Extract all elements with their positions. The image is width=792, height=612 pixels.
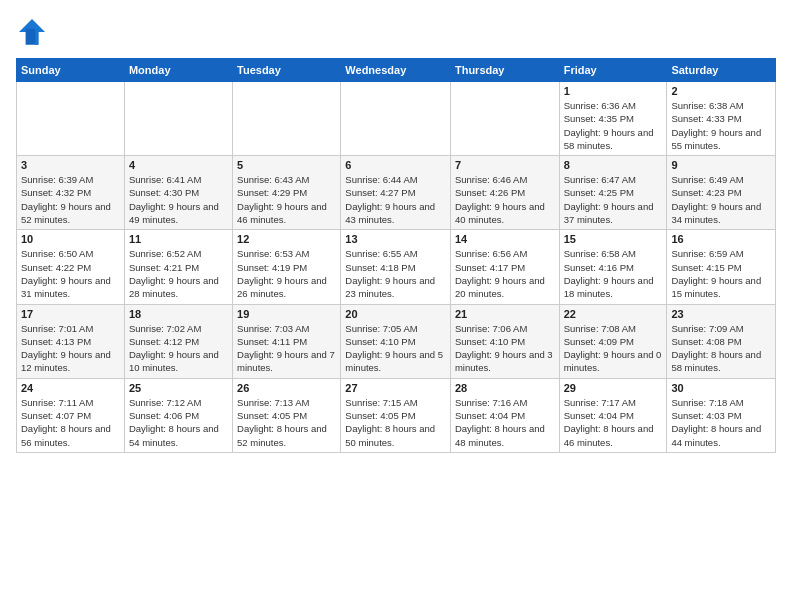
day-info: Sunrise: 7:18 AM Sunset: 4:03 PM Dayligh… — [671, 396, 771, 449]
day-header-saturday: Saturday — [667, 59, 776, 82]
calendar-week-2: 3Sunrise: 6:39 AM Sunset: 4:32 PM Daylig… — [17, 156, 776, 230]
calendar-cell: 25Sunrise: 7:12 AM Sunset: 4:06 PM Dayli… — [124, 378, 232, 452]
calendar-cell: 2Sunrise: 6:38 AM Sunset: 4:33 PM Daylig… — [667, 82, 776, 156]
day-number: 9 — [671, 159, 771, 171]
day-info: Sunrise: 6:39 AM Sunset: 4:32 PM Dayligh… — [21, 173, 120, 226]
day-number: 4 — [129, 159, 228, 171]
day-header-tuesday: Tuesday — [233, 59, 341, 82]
day-number: 26 — [237, 382, 336, 394]
day-number: 10 — [21, 233, 120, 245]
logo-icon — [16, 16, 48, 48]
day-number: 6 — [345, 159, 446, 171]
day-info: Sunrise: 7:02 AM Sunset: 4:12 PM Dayligh… — [129, 322, 228, 375]
day-number: 21 — [455, 308, 555, 320]
day-info: Sunrise: 6:52 AM Sunset: 4:21 PM Dayligh… — [129, 247, 228, 300]
day-info: Sunrise: 7:11 AM Sunset: 4:07 PM Dayligh… — [21, 396, 120, 449]
day-info: Sunrise: 7:06 AM Sunset: 4:10 PM Dayligh… — [455, 322, 555, 375]
day-number: 24 — [21, 382, 120, 394]
calendar-cell: 3Sunrise: 6:39 AM Sunset: 4:32 PM Daylig… — [17, 156, 125, 230]
calendar-cell: 20Sunrise: 7:05 AM Sunset: 4:10 PM Dayli… — [341, 304, 451, 378]
day-info: Sunrise: 6:53 AM Sunset: 4:19 PM Dayligh… — [237, 247, 336, 300]
calendar-week-4: 17Sunrise: 7:01 AM Sunset: 4:13 PM Dayli… — [17, 304, 776, 378]
day-info: Sunrise: 6:50 AM Sunset: 4:22 PM Dayligh… — [21, 247, 120, 300]
day-info: Sunrise: 6:43 AM Sunset: 4:29 PM Dayligh… — [237, 173, 336, 226]
day-number: 12 — [237, 233, 336, 245]
calendar-cell: 14Sunrise: 6:56 AM Sunset: 4:17 PM Dayli… — [450, 230, 559, 304]
day-number: 13 — [345, 233, 446, 245]
day-number: 8 — [564, 159, 663, 171]
calendar: SundayMondayTuesdayWednesdayThursdayFrid… — [16, 58, 776, 453]
day-number: 14 — [455, 233, 555, 245]
day-number: 20 — [345, 308, 446, 320]
day-info: Sunrise: 6:38 AM Sunset: 4:33 PM Dayligh… — [671, 99, 771, 152]
calendar-cell: 17Sunrise: 7:01 AM Sunset: 4:13 PM Dayli… — [17, 304, 125, 378]
calendar-cell — [17, 82, 125, 156]
day-info: Sunrise: 7:12 AM Sunset: 4:06 PM Dayligh… — [129, 396, 228, 449]
calendar-week-5: 24Sunrise: 7:11 AM Sunset: 4:07 PM Dayli… — [17, 378, 776, 452]
calendar-cell — [450, 82, 559, 156]
day-number: 17 — [21, 308, 120, 320]
day-number: 19 — [237, 308, 336, 320]
calendar-week-3: 10Sunrise: 6:50 AM Sunset: 4:22 PM Dayli… — [17, 230, 776, 304]
day-info: Sunrise: 7:05 AM Sunset: 4:10 PM Dayligh… — [345, 322, 446, 375]
day-number: 3 — [21, 159, 120, 171]
day-info: Sunrise: 7:15 AM Sunset: 4:05 PM Dayligh… — [345, 396, 446, 449]
calendar-cell: 23Sunrise: 7:09 AM Sunset: 4:08 PM Dayli… — [667, 304, 776, 378]
day-number: 25 — [129, 382, 228, 394]
day-number: 29 — [564, 382, 663, 394]
calendar-cell: 8Sunrise: 6:47 AM Sunset: 4:25 PM Daylig… — [559, 156, 667, 230]
day-number: 2 — [671, 85, 771, 97]
calendar-cell: 21Sunrise: 7:06 AM Sunset: 4:10 PM Dayli… — [450, 304, 559, 378]
calendar-cell: 12Sunrise: 6:53 AM Sunset: 4:19 PM Dayli… — [233, 230, 341, 304]
day-info: Sunrise: 7:17 AM Sunset: 4:04 PM Dayligh… — [564, 396, 663, 449]
calendar-cell: 13Sunrise: 6:55 AM Sunset: 4:18 PM Dayli… — [341, 230, 451, 304]
day-header-sunday: Sunday — [17, 59, 125, 82]
calendar-cell — [124, 82, 232, 156]
calendar-cell: 18Sunrise: 7:02 AM Sunset: 4:12 PM Dayli… — [124, 304, 232, 378]
day-info: Sunrise: 6:55 AM Sunset: 4:18 PM Dayligh… — [345, 247, 446, 300]
day-number: 30 — [671, 382, 771, 394]
day-number: 18 — [129, 308, 228, 320]
day-info: Sunrise: 7:09 AM Sunset: 4:08 PM Dayligh… — [671, 322, 771, 375]
calendar-week-1: 1Sunrise: 6:36 AM Sunset: 4:35 PM Daylig… — [17, 82, 776, 156]
calendar-header-row: SundayMondayTuesdayWednesdayThursdayFrid… — [17, 59, 776, 82]
day-number: 22 — [564, 308, 663, 320]
day-info: Sunrise: 6:49 AM Sunset: 4:23 PM Dayligh… — [671, 173, 771, 226]
calendar-cell: 27Sunrise: 7:15 AM Sunset: 4:05 PM Dayli… — [341, 378, 451, 452]
calendar-cell: 9Sunrise: 6:49 AM Sunset: 4:23 PM Daylig… — [667, 156, 776, 230]
day-number: 28 — [455, 382, 555, 394]
day-info: Sunrise: 7:03 AM Sunset: 4:11 PM Dayligh… — [237, 322, 336, 375]
day-number: 15 — [564, 233, 663, 245]
calendar-cell: 16Sunrise: 6:59 AM Sunset: 4:15 PM Dayli… — [667, 230, 776, 304]
day-number: 16 — [671, 233, 771, 245]
logo — [16, 16, 52, 48]
day-info: Sunrise: 6:44 AM Sunset: 4:27 PM Dayligh… — [345, 173, 446, 226]
day-info: Sunrise: 7:01 AM Sunset: 4:13 PM Dayligh… — [21, 322, 120, 375]
calendar-cell: 22Sunrise: 7:08 AM Sunset: 4:09 PM Dayli… — [559, 304, 667, 378]
day-number: 1 — [564, 85, 663, 97]
calendar-cell: 28Sunrise: 7:16 AM Sunset: 4:04 PM Dayli… — [450, 378, 559, 452]
day-info: Sunrise: 6:47 AM Sunset: 4:25 PM Dayligh… — [564, 173, 663, 226]
calendar-cell: 19Sunrise: 7:03 AM Sunset: 4:11 PM Dayli… — [233, 304, 341, 378]
calendar-cell: 7Sunrise: 6:46 AM Sunset: 4:26 PM Daylig… — [450, 156, 559, 230]
day-header-wednesday: Wednesday — [341, 59, 451, 82]
day-info: Sunrise: 7:13 AM Sunset: 4:05 PM Dayligh… — [237, 396, 336, 449]
calendar-cell: 11Sunrise: 6:52 AM Sunset: 4:21 PM Dayli… — [124, 230, 232, 304]
page: SundayMondayTuesdayWednesdayThursdayFrid… — [0, 0, 792, 612]
day-header-friday: Friday — [559, 59, 667, 82]
calendar-cell: 6Sunrise: 6:44 AM Sunset: 4:27 PM Daylig… — [341, 156, 451, 230]
day-info: Sunrise: 6:59 AM Sunset: 4:15 PM Dayligh… — [671, 247, 771, 300]
day-number: 27 — [345, 382, 446, 394]
calendar-cell: 5Sunrise: 6:43 AM Sunset: 4:29 PM Daylig… — [233, 156, 341, 230]
header — [16, 16, 776, 48]
day-info: Sunrise: 6:56 AM Sunset: 4:17 PM Dayligh… — [455, 247, 555, 300]
calendar-cell: 15Sunrise: 6:58 AM Sunset: 4:16 PM Dayli… — [559, 230, 667, 304]
day-info: Sunrise: 6:36 AM Sunset: 4:35 PM Dayligh… — [564, 99, 663, 152]
day-number: 23 — [671, 308, 771, 320]
day-header-thursday: Thursday — [450, 59, 559, 82]
calendar-cell — [233, 82, 341, 156]
day-number: 5 — [237, 159, 336, 171]
day-header-monday: Monday — [124, 59, 232, 82]
day-info: Sunrise: 7:08 AM Sunset: 4:09 PM Dayligh… — [564, 322, 663, 375]
calendar-cell: 26Sunrise: 7:13 AM Sunset: 4:05 PM Dayli… — [233, 378, 341, 452]
